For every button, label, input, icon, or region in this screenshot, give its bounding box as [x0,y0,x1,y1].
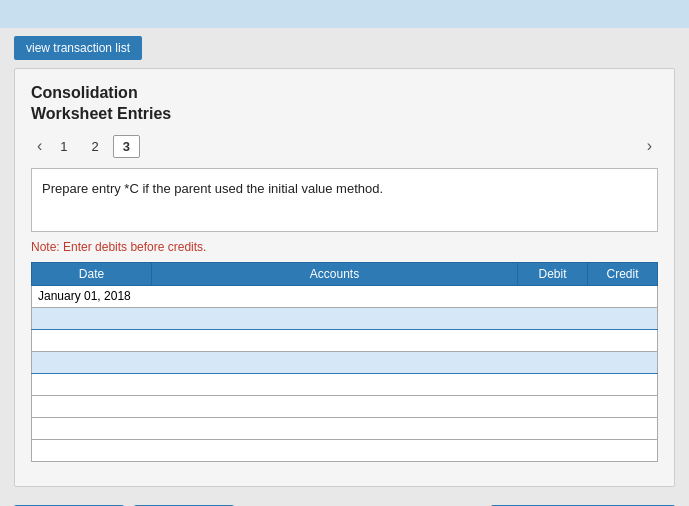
cell-date [32,439,152,461]
cell-date [32,373,152,395]
cell-account [152,395,518,417]
bottom-buttons: Record entry Clear entry view consolidat… [0,497,689,506]
cell-debit [518,351,588,373]
cell-credit [588,395,658,417]
input-date[interactable] [36,377,148,391]
cell-credit [588,285,658,307]
input-credit[interactable] [592,289,654,303]
top-bar [0,0,689,28]
input-account[interactable] [156,377,514,391]
main-card: Consolidation Worksheet Entries ‹ 1 2 3 … [14,68,675,487]
input-account[interactable] [156,311,514,325]
instruction-text: Prepare entry *C if the parent used the … [42,181,383,196]
table-row [32,417,658,439]
input-account[interactable] [156,399,514,413]
cell-date [32,307,152,329]
pagination-row: ‹ 1 2 3 › [31,135,658,158]
cell-credit [588,307,658,329]
cell-credit [588,439,658,461]
cell-account [152,373,518,395]
header-accounts: Accounts [152,262,518,285]
entry-table: Date Accounts Debit Credit [31,262,658,462]
input-debit[interactable] [522,399,584,413]
cell-account [152,351,518,373]
table-row [32,329,658,351]
input-debit[interactable] [522,421,584,435]
next-page-arrow[interactable]: › [641,135,658,157]
cell-account [152,417,518,439]
toolbar: view transaction list [0,28,689,68]
header-debit: Debit [518,262,588,285]
cell-debit [518,439,588,461]
input-date[interactable] [36,443,148,457]
input-credit[interactable] [592,355,654,369]
table-row [32,351,658,373]
input-date[interactable] [36,399,148,413]
input-debit[interactable] [522,289,584,303]
cell-date [32,329,152,351]
cell-credit [588,351,658,373]
table-row [32,373,658,395]
table-row [32,439,658,461]
prev-page-arrow[interactable]: ‹ [31,135,48,157]
input-date[interactable] [36,421,148,435]
input-account[interactable] [156,333,514,347]
cell-credit [588,373,658,395]
cell-debit [518,285,588,307]
page-3[interactable]: 3 [113,135,140,158]
header-credit: Credit [588,262,658,285]
input-credit[interactable] [592,443,654,457]
input-debit[interactable] [522,443,584,457]
input-credit[interactable] [592,333,654,347]
cell-credit [588,329,658,351]
input-account[interactable] [156,443,514,457]
input-date[interactable] [36,289,148,303]
view-transaction-button[interactable]: view transaction list [14,36,142,60]
cell-account [152,285,518,307]
input-account[interactable] [156,421,514,435]
input-account[interactable] [156,289,514,303]
input-credit[interactable] [592,399,654,413]
table-row [32,307,658,329]
cell-account [152,439,518,461]
input-credit[interactable] [592,421,654,435]
cell-debit [518,417,588,439]
input-credit[interactable] [592,377,654,391]
input-date[interactable] [36,333,148,347]
input-date[interactable] [36,311,148,325]
input-credit[interactable] [592,311,654,325]
cell-date [32,395,152,417]
cell-date [32,285,152,307]
cell-account [152,307,518,329]
table-row [32,395,658,417]
instruction-box: Prepare entry *C if the parent used the … [31,168,658,232]
header-date: Date [32,262,152,285]
input-account[interactable] [156,355,514,369]
cell-date [32,351,152,373]
input-debit[interactable] [522,377,584,391]
page-2[interactable]: 2 [82,135,109,158]
cell-credit [588,417,658,439]
input-debit[interactable] [522,333,584,347]
cell-debit [518,373,588,395]
card-title: Consolidation Worksheet Entries [31,83,658,125]
table-row [32,285,658,307]
cell-account [152,329,518,351]
cell-debit [518,307,588,329]
cell-debit [518,329,588,351]
note-text: Note: Enter debits before credits. [31,240,658,254]
page-1[interactable]: 1 [50,135,77,158]
input-date[interactable] [36,355,148,369]
input-debit[interactable] [522,311,584,325]
cell-debit [518,395,588,417]
input-debit[interactable] [522,355,584,369]
cell-date [32,417,152,439]
